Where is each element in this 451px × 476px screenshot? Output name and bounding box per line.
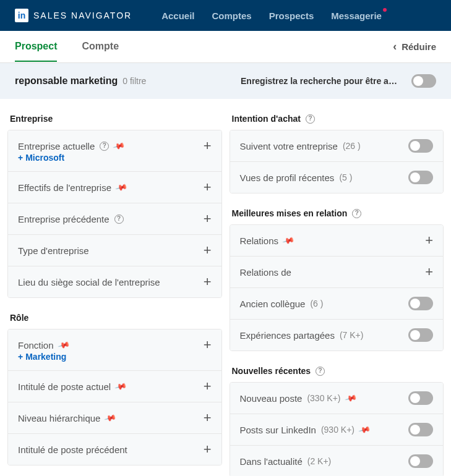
top-nav: in SALES NAVIGATOR Accueil Comptes Prosp… <box>0 0 451 31</box>
count-actualite: (2 K+) <box>307 456 332 466</box>
chip-row-fonction: + Marketing <box>8 352 221 371</box>
pin-icon[interactable]: 📌 <box>281 234 294 247</box>
toggle-exp[interactable] <box>408 328 433 342</box>
chip-row-entreprise: + Microsoft <box>8 153 221 172</box>
add-chip-marketing[interactable]: + Marketing <box>18 352 212 362</box>
filter-type[interactable]: Type d'entreprise + <box>8 235 221 266</box>
expand-icon[interactable]: + <box>204 212 212 226</box>
filter-poste-actuel[interactable]: Intitulé de poste actuel 📌 + <box>8 371 221 402</box>
filter-lieu[interactable]: Lieu du siège social de l'entreprise + <box>8 266 221 297</box>
chip-label: Microsoft <box>25 153 64 163</box>
section-intention-label: Intention d'achat <box>232 114 301 124</box>
pin-icon[interactable]: 📌 <box>104 412 117 425</box>
label-niveau: Niveau hiérarchique <box>18 413 100 423</box>
label-effectifs: Effectifs de l'entreprise <box>18 182 111 193</box>
filter-exp: Expériences partagées (7 K+) <box>230 320 444 351</box>
toggle-nouveau[interactable] <box>408 391 433 405</box>
count-ancien: (6 ) <box>310 299 323 308</box>
reduce-button[interactable]: ‹ Réduire <box>393 40 436 53</box>
pin-icon[interactable]: 📌 <box>344 392 357 405</box>
expand-icon[interactable]: + <box>204 380 212 393</box>
filter-relations[interactable]: Relations 📌 + <box>230 225 444 257</box>
search-right: Enregistrez la recherche pour être aver… <box>241 74 436 88</box>
save-search-label: Enregistrez la recherche pour être aver… <box>241 76 402 86</box>
help-icon[interactable]: ? <box>316 367 325 376</box>
tab-compte[interactable]: Compte <box>82 32 119 62</box>
label-fonction: Fonction <box>18 340 54 351</box>
label-actualite: Dans l'actualité <box>240 456 303 467</box>
pin-icon[interactable]: 📌 <box>113 140 126 153</box>
nav-comptes[interactable]: Comptes <box>212 11 252 21</box>
filter-effectifs[interactable]: Effectifs de l'entreprise 📌 + <box>8 172 221 203</box>
section-entreprise-label: Entreprise <box>10 114 53 124</box>
filter-posts: Posts sur LinkedIn (930 K+) 📌 <box>230 414 444 446</box>
toggle-suivent[interactable] <box>408 139 433 153</box>
label-lieu: Lieu du siège social de l'entreprise <box>18 277 160 287</box>
expand-icon[interactable]: + <box>204 411 212 425</box>
brand-logo[interactable]: in SALES NAVIGATOR <box>15 9 132 22</box>
tabs-bar: Prospect Compte ‹ Réduire <box>0 31 451 63</box>
filter-niveau[interactable]: Niveau hiérarchique 📌 + <box>8 402 221 434</box>
relations-group: Relations 📌 + Relations de + Ancien coll… <box>230 224 444 351</box>
toggle-ancien[interactable] <box>408 297 433 310</box>
count-nouveau: (330 K+) <box>307 393 340 403</box>
label-vues: Vues de profil récentes <box>240 172 335 183</box>
expand-icon[interactable]: + <box>204 181 212 194</box>
pin-icon[interactable]: 📌 <box>358 423 371 436</box>
left-column: Entreprise Entreprise actuelle ? 📌 + + M… <box>7 106 222 476</box>
search-left: reponsable marketing 0 filtre <box>15 75 146 87</box>
role-group: Fonction 📌 + + Marketing Intitulé de pos… <box>7 329 222 465</box>
section-role: Rôle <box>7 305 222 329</box>
intention-group: Suivent votre entreprise (26 ) Vues de p… <box>230 130 444 193</box>
toggle-posts[interactable] <box>408 423 433 436</box>
chip-label: Marketing <box>25 352 66 362</box>
pin-icon[interactable]: 📌 <box>114 380 127 393</box>
help-icon[interactable]: ? <box>306 114 315 124</box>
count-vues: (5 ) <box>339 172 352 182</box>
tab-prospect[interactable]: Prospect <box>15 32 57 62</box>
section-relations: Meilleures mises en relation ? <box>230 201 444 224</box>
expand-icon[interactable]: + <box>425 265 433 279</box>
expand-icon[interactable]: + <box>204 275 212 289</box>
expand-icon[interactable]: + <box>425 234 433 247</box>
section-entreprise: Entreprise <box>7 106 222 130</box>
filter-relations-de[interactable]: Relations de + <box>230 257 444 288</box>
expand-icon[interactable]: + <box>204 139 212 153</box>
filter-nouveau: Nouveau poste (330 K+) 📌 <box>230 383 444 414</box>
news-group: Nouveau poste (330 K+) 📌 Posts sur Linke… <box>230 382 444 476</box>
expand-icon[interactable]: + <box>204 338 212 352</box>
filter-precedente[interactable]: Entreprise précédente ? + <box>8 203 221 235</box>
nav-accueil[interactable]: Accueil <box>161 11 194 21</box>
label-suivent: Suivent votre entreprise <box>240 141 338 151</box>
filter-count: 0 filtre <box>122 76 146 86</box>
pin-icon[interactable]: 📌 <box>114 181 127 194</box>
save-search-toggle[interactable] <box>411 74 436 88</box>
filter-vues: Vues de profil récentes (5 ) <box>230 162 444 193</box>
label-relations: Relations <box>240 236 279 246</box>
right-column: Intention d'achat ? Suivent votre entrep… <box>230 106 444 476</box>
expand-icon[interactable]: + <box>204 244 212 257</box>
toggle-vues[interactable] <box>408 171 433 184</box>
section-intention: Intention d'achat ? <box>230 106 444 130</box>
section-news-label: Nouvelles récentes <box>232 366 311 376</box>
help-icon[interactable]: ? <box>352 209 361 218</box>
section-relations-label: Meilleures mises en relation <box>232 208 348 218</box>
count-posts: (930 K+) <box>321 425 354 435</box>
filter-ancien: Ancien collègue (6 ) <box>230 288 444 320</box>
reduce-label: Réduire <box>402 41 436 52</box>
nav-messagerie[interactable]: Messagerie <box>331 11 382 21</box>
label-relations-de: Relations de <box>240 267 291 278</box>
pin-icon[interactable]: 📌 <box>57 339 70 352</box>
label-poste-actuel: Intitulé de poste actuel <box>18 381 111 392</box>
search-query[interactable]: reponsable marketing <box>15 75 118 87</box>
label-type: Type d'entreprise <box>18 245 89 256</box>
expand-icon[interactable]: + <box>204 443 212 456</box>
section-role-label: Rôle <box>10 313 28 323</box>
add-chip-microsoft[interactable]: + Microsoft <box>18 153 212 163</box>
plus-icon: + <box>18 352 23 362</box>
help-icon[interactable]: ? <box>114 215 124 224</box>
nav-prospects[interactable]: Prospects <box>269 11 314 21</box>
filter-poste-precedent[interactable]: Intitulé de poste précédent + <box>8 434 221 465</box>
help-icon[interactable]: ? <box>100 142 109 151</box>
toggle-actualite[interactable] <box>408 454 433 468</box>
